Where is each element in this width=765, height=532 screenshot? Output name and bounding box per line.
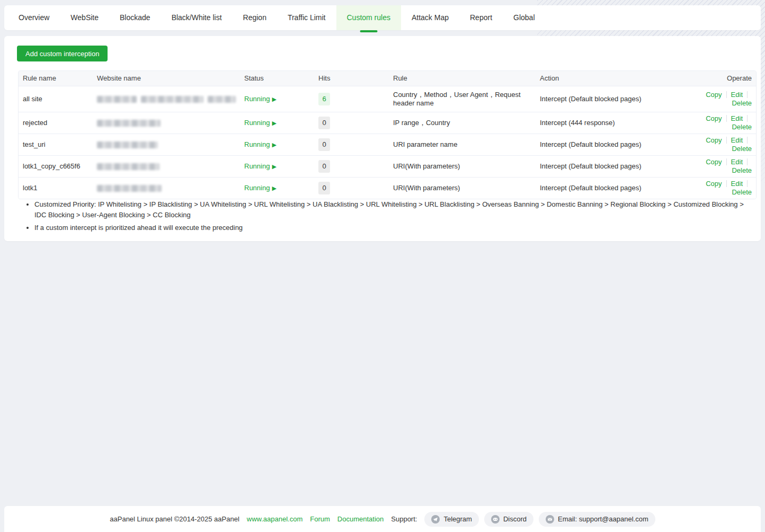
website-name-cell xyxy=(93,139,240,150)
status-running-label[interactable]: Running xyxy=(244,119,270,127)
edit-link[interactable]: Edit xyxy=(731,158,743,166)
hits-cell: 0 xyxy=(314,180,389,197)
tab-website[interactable]: WebSite xyxy=(60,5,109,30)
email-label: Email: support@aapanel.com xyxy=(558,515,648,523)
table-row: test_uri Running▶ 0 URI parameter name I… xyxy=(19,134,756,156)
action-cell: Intercept (Default blocked pages) xyxy=(536,138,689,151)
table-row: lotk1 Running▶ 0 URI(With parameters) In… xyxy=(19,178,756,199)
operate-separator xyxy=(747,137,748,144)
operate-separator xyxy=(747,158,748,165)
hits-cell: 0 xyxy=(314,114,389,131)
play-icon[interactable]: ▶ xyxy=(272,96,276,102)
edit-link[interactable]: Edit xyxy=(731,114,743,122)
status-cell: Running▶ xyxy=(240,182,314,194)
active-tab-underline xyxy=(360,30,377,32)
hits-badge: 0 xyxy=(318,117,330,129)
status-cell: Running▶ xyxy=(240,117,314,129)
action-cell: Intercept (Default blocked pages) xyxy=(536,182,689,194)
operate-separator xyxy=(747,91,748,98)
play-icon[interactable]: ▶ xyxy=(272,185,276,191)
priority-notes: Customized Priority: IP Whitelisting > I… xyxy=(27,199,748,235)
column-header-status: Status xyxy=(240,72,314,85)
table-row: lotk1_copy_c665f6 Running▶ 0 URI(With pa… xyxy=(19,156,756,178)
delete-link[interactable]: Delete xyxy=(732,188,752,196)
website-name-cell xyxy=(93,94,240,105)
copy-link[interactable]: Copy xyxy=(706,114,722,122)
tab-global[interactable]: Global xyxy=(503,5,545,30)
play-icon[interactable]: ▶ xyxy=(272,141,276,148)
copy-link[interactable]: Copy xyxy=(706,91,722,99)
status-running-label[interactable]: Running xyxy=(244,95,270,103)
hits-badge: 0 xyxy=(318,160,330,173)
tab-traffic-limit[interactable]: Traffic Limit xyxy=(277,5,336,30)
status-cell: Running▶ xyxy=(240,160,314,173)
custom-rules-panel: Add custom interception Rule name Websit… xyxy=(4,36,761,241)
website-name-redacted xyxy=(97,185,236,192)
operate-cell: CopyEditDelete xyxy=(689,88,756,110)
column-header-operate: Operate xyxy=(689,72,756,85)
hits-cell: 0 xyxy=(314,136,389,153)
rules-table-header: Rule name Website name Status Hits Rule … xyxy=(19,71,756,86)
discord-button[interactable]: Discord xyxy=(484,512,533,527)
status-cell: Running▶ xyxy=(240,138,314,151)
discord-icon xyxy=(491,515,500,524)
tab-overview[interactable]: Overview xyxy=(8,5,60,30)
tab-custom-rules[interactable]: Custom rules xyxy=(336,5,401,30)
status-cell: Running▶ xyxy=(240,93,314,105)
email-button[interactable]: Email: support@aapanel.com xyxy=(539,512,655,527)
tab-blockade[interactable]: Blockade xyxy=(109,5,161,30)
website-name-redacted xyxy=(97,96,236,103)
operate-separator xyxy=(726,91,727,98)
delete-link[interactable]: Delete xyxy=(732,99,752,107)
copyright-text: aaPanel Linux panel ©2014-2025 aaPanel xyxy=(110,515,239,523)
footer-link-documentation[interactable]: Documentation xyxy=(337,515,384,523)
delete-link[interactable]: Delete xyxy=(732,123,752,131)
column-header-action: Action xyxy=(536,72,689,85)
copy-link[interactable]: Copy xyxy=(706,136,722,144)
rule-cell: URI parameter name xyxy=(389,138,536,151)
footer-link-forum[interactable]: Forum xyxy=(310,515,330,523)
note-custom-intercept: If a custom intercept is prioritized ahe… xyxy=(34,223,748,233)
tab-report[interactable]: Report xyxy=(459,5,503,30)
website-name-cell xyxy=(93,118,240,129)
play-icon[interactable]: ▶ xyxy=(272,120,276,126)
website-name-cell xyxy=(93,161,240,172)
add-custom-interception-button[interactable]: Add custom interception xyxy=(17,46,108,61)
telegram-button[interactable]: Telegram xyxy=(424,512,478,527)
hits-cell: 0 xyxy=(314,158,389,175)
top-tab-bar: Overview WebSite Blockade Black/White li… xyxy=(4,5,761,30)
status-running-label[interactable]: Running xyxy=(244,162,270,170)
tab-region[interactable]: Region xyxy=(233,5,277,30)
delete-link[interactable]: Delete xyxy=(732,166,752,174)
edit-link[interactable]: Edit xyxy=(731,91,743,99)
tab-attack-map[interactable]: Attack Map xyxy=(401,5,459,30)
tab-custom-rules-label: Custom rules xyxy=(347,13,390,22)
edit-link[interactable]: Edit xyxy=(731,180,743,188)
hits-badge: 0 xyxy=(318,138,330,151)
table-row: rejected Running▶ 0 IP range，Country Int… xyxy=(19,112,756,134)
email-icon xyxy=(546,515,554,524)
play-icon[interactable]: ▶ xyxy=(272,163,276,170)
footer-bar: aaPanel Linux panel ©2014-2025 aaPanel w… xyxy=(4,506,761,532)
status-running-label[interactable]: Running xyxy=(244,184,270,192)
rule-cell: IP range，Country xyxy=(389,117,536,129)
rule-name-cell: lotk1 xyxy=(19,182,93,194)
rule-cell: URI(With parameters) xyxy=(389,182,536,194)
operate-separator xyxy=(747,115,748,122)
rule-cell: Country，Method，User Agent，Request header… xyxy=(389,88,536,110)
delete-link[interactable]: Delete xyxy=(732,145,752,153)
edit-link[interactable]: Edit xyxy=(731,136,743,144)
table-row: all site Running▶ 6 Country，Method，User … xyxy=(19,86,756,112)
action-cell: Intercept (Default blocked pages) xyxy=(536,160,689,173)
support-label: Support: xyxy=(391,515,417,523)
copy-link[interactable]: Copy xyxy=(706,180,722,188)
operate-cell: CopyEditDelete xyxy=(689,134,756,155)
website-name-redacted xyxy=(97,163,236,170)
status-running-label[interactable]: Running xyxy=(244,140,270,148)
hits-badge: 0 xyxy=(318,182,330,194)
footer-link-website[interactable]: www.aapanel.com xyxy=(247,515,303,523)
hits-cell: 6 xyxy=(314,91,389,108)
tab-black-white-list[interactable]: Black/White list xyxy=(161,5,233,30)
action-cell: Intercept (444 response) xyxy=(536,117,689,129)
copy-link[interactable]: Copy xyxy=(706,158,722,166)
